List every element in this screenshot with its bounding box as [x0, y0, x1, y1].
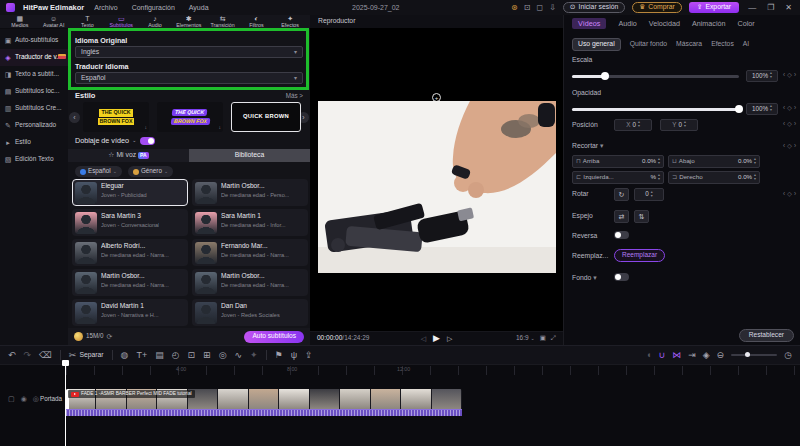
split-button[interactable]: ✂Separar [69, 351, 104, 360]
mirror-horizontal-icon[interactable]: ⇄ [614, 210, 629, 223]
download-icon[interactable]: ↓ [219, 125, 222, 130]
restore-button[interactable]: ❐ [765, 4, 776, 12]
mute-track-button[interactable]: ◖ [646, 351, 651, 360]
zoom-slider-knob[interactable] [745, 352, 750, 357]
magnet-button[interactable]: ∪ [659, 351, 666, 360]
gender-filter-dropdown[interactable]: Género ⌄ [128, 166, 173, 177]
playhead[interactable] [65, 362, 66, 446]
next-frame-icon[interactable]: ▷ [447, 335, 452, 342]
stepper[interactable]: ▴▾ [754, 158, 756, 166]
step-down-icon[interactable]: ▾ [638, 125, 640, 129]
audio-track-clip[interactable] [66, 409, 462, 416]
zoom-out-button[interactable]: ⊖ [717, 351, 725, 360]
step-down-icon[interactable]: ▾ [754, 162, 756, 166]
sidebar-item-estilo[interactable]: ▸Estilo [0, 134, 68, 151]
subtab-mascara[interactable]: Máscara [676, 41, 702, 48]
voice-card-eleguar[interactable]: EleguarJoven - Publicidad [72, 179, 188, 206]
voice-card-david-martin-1[interactable]: David Martín 1Joven - Narrativa e H... [72, 299, 188, 326]
sidebar-item-subtitulos-cre[interactable]: ▥Subtítulos Cre... [0, 100, 68, 117]
record-button[interactable]: ◎ [219, 351, 227, 360]
keyframe-next-icon[interactable]: › [794, 121, 796, 127]
tab-library[interactable]: Biblioteca [189, 149, 310, 162]
step-down-icon[interactable]: ▾ [770, 109, 772, 113]
keyframe-prev-icon[interactable]: ‹ [783, 105, 785, 111]
step-down-icon[interactable]: ▾ [754, 178, 756, 182]
original-language-select[interactable]: Inglés ▾ [75, 46, 303, 58]
audio-wave-button[interactable]: ∿ [235, 351, 243, 360]
position-y-field[interactable]: Y 0 ▴▾ [660, 119, 698, 131]
chevron-down-icon[interactable]: ⌄ [132, 138, 137, 144]
tab-audio[interactable]: ♪Audio [138, 15, 172, 28]
tab-efectos[interactable]: ✦Efectos [273, 15, 307, 28]
menu-ayuda[interactable]: Ayuda [187, 4, 211, 11]
step-down-icon[interactable]: ▾ [651, 195, 653, 199]
scale-value-field[interactable]: 100% ▴▾ [746, 70, 778, 82]
timeline-ruler[interactable]: 4:008:0012:00 [66, 366, 800, 375]
tab-elementos[interactable]: ✱Elementos [172, 15, 206, 28]
mirror-vertical-icon[interactable]: ⇅ [634, 210, 649, 223]
tab-animacion[interactable]: Animación [692, 20, 726, 27]
carousel-left-icon[interactable]: ‹ [69, 112, 80, 123]
subtitle-button[interactable]: ▤ [155, 351, 164, 360]
step-down-icon[interactable]: ▾ [770, 76, 772, 80]
tab-avatar-ai[interactable]: ☺Avatar AI [37, 15, 71, 28]
crop-field-derecho[interactable]: ⊐Derecho0.0%▴▾ [668, 171, 760, 184]
sidebar-item-personalizado[interactable]: ✎Personalizado [0, 117, 68, 134]
timeline-zoom-slider[interactable] [731, 354, 777, 356]
step-down-icon[interactable]: ▾ [658, 162, 660, 166]
subtitle-style-preview-1[interactable]: THE QUICK BROWN FOX ↓ [83, 102, 149, 132]
voice-card-sara-martin-3[interactable]: Sara Martín 3Joven - Conversacional [72, 209, 188, 236]
dubbing-toggle[interactable] [140, 137, 155, 145]
reverse-toggle[interactable] [614, 231, 629, 239]
subtitle-style-preview-3-selected[interactable]: QUICK BROWN [231, 102, 301, 132]
crop-field-izquierda[interactable]: ⊏Izquierda...%▴▾ [572, 171, 664, 184]
subtab-ai[interactable]: AI [743, 41, 749, 48]
refresh-icon[interactable]: ⟳ [107, 333, 113, 340]
sidebar-item-texto-a-subtit[interactable]: ◨Texto a subtít... [0, 66, 68, 83]
track-lock-icon[interactable]: ▢ [8, 395, 15, 402]
style-more-link[interactable]: Más > [286, 93, 303, 99]
keyframe-prev-icon[interactable]: ‹ [783, 121, 785, 127]
reset-button[interactable]: Restablecer [739, 329, 794, 342]
position-keyframe-controls[interactable]: ‹◇› [783, 121, 796, 127]
delete-button[interactable]: ⌫ [39, 351, 52, 360]
subtab-uso-general[interactable]: Uso general [572, 38, 621, 51]
subtab-efectos[interactable]: Efectos [711, 41, 734, 48]
link-button[interactable]: ⋈ [672, 351, 681, 360]
replace-button[interactable]: Reemplazar [614, 249, 665, 262]
track-mute-icon[interactable]: ◎ [33, 395, 39, 402]
cover-button[interactable]: Portada [40, 396, 62, 402]
undo-button[interactable]: ↶ [8, 351, 16, 360]
feedback-icon[interactable]: ◻ [536, 4, 543, 12]
tab-texto[interactable]: TTexto [71, 15, 105, 28]
speed-button[interactable]: ◴ [172, 351, 180, 360]
keyframe-add-icon[interactable]: ◇ [787, 121, 792, 127]
subtab-quitar-fondo[interactable]: Quitar fondo [630, 41, 667, 48]
close-button[interactable]: ✕ [783, 4, 794, 12]
voice-card-martin-osbor[interactable]: Martín Osbor...De mediana edad - Narra..… [72, 269, 188, 296]
tab-subtitulos[interactable]: ▭Subtítulos [104, 15, 138, 28]
sidebar-item-subtitulos-loc[interactable]: ▤Subtítulos loc... [0, 83, 68, 100]
keyframe-next-icon[interactable]: › [794, 143, 796, 149]
menu-configuracion[interactable]: Configuración [130, 4, 177, 11]
voice-card-martin-osbor[interactable]: Martín Osbor...De mediana edad - Perso..… [192, 179, 308, 206]
tab-transicion[interactable]: ⇆Transición [206, 15, 240, 28]
background-toggle[interactable] [614, 273, 629, 281]
snap-button[interactable]: ⇥ [688, 351, 696, 360]
download-icon[interactable]: ⇩ [549, 4, 556, 12]
voice-card-dan-dan[interactable]: Dan DanJoven - Redes Sociales [192, 299, 308, 326]
marker-button[interactable]: ⚑ [275, 351, 283, 360]
pip-button[interactable]: ⊞ [203, 351, 211, 360]
snapshot-icon[interactable]: ▣ [540, 335, 546, 342]
redo-button[interactable]: ↷ [24, 351, 32, 360]
tab-videos[interactable]: Vídeos [572, 18, 606, 29]
video-preview[interactable] [318, 101, 556, 273]
scale-keyframe-controls[interactable]: ‹◇› [783, 72, 796, 78]
auto-subtitles-button[interactable]: Auto subtítulos [244, 331, 304, 343]
voice-card-fernando-mar[interactable]: Fernando Mar...De mediana edad - Narra..… [192, 239, 308, 266]
export-button[interactable]: ⇪ Exportar [689, 2, 739, 13]
stepper[interactable]: ▴▾ [658, 174, 660, 182]
crop-field-abajo[interactable]: ⊔Abajo0.0%▴▾ [668, 155, 760, 168]
step-down-icon[interactable]: ▾ [684, 125, 686, 129]
track-hide-icon[interactable]: ◉ [21, 395, 27, 402]
